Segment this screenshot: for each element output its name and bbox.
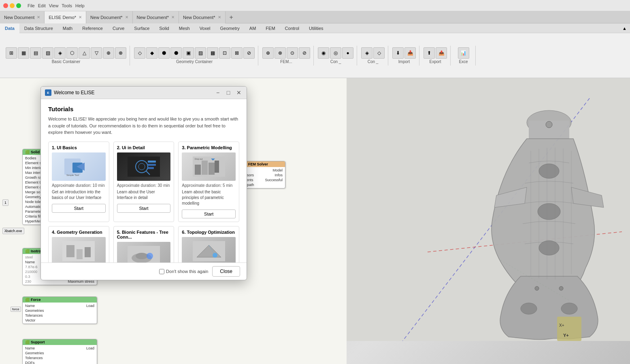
ribbon-icon-import-1[interactable]: ⬇: [392, 47, 404, 59]
app-menu-tools[interactable]: Tools: [62, 3, 72, 8]
ribbon-tab-data[interactable]: Data: [0, 23, 19, 33]
tutorial-5-thumb: [117, 242, 171, 263]
ribbon-icon-geo-4[interactable]: ⬣: [170, 47, 182, 59]
ribbon-icon-geo-2[interactable]: ◆: [146, 47, 158, 59]
canvas-area[interactable]: Best Index Setup & Run 🟩 Solid Mesh (HM)…: [0, 78, 347, 364]
ribbon-icon-con1-2[interactable]: ◎: [330, 47, 341, 59]
ribbon-tab-am[interactable]: AM: [245, 23, 261, 33]
ribbon-icon-4[interactable]: ▧: [42, 47, 53, 59]
app-menu-help[interactable]: Help: [75, 3, 85, 8]
svg-rect-11: [148, 161, 156, 163]
ribbon-icon-geo-10[interactable]: ⊘: [243, 47, 255, 59]
ribbon-icon-geo-6[interactable]: ▨: [195, 47, 206, 59]
tutorial-2-start-button[interactable]: Start: [117, 204, 171, 213]
ribbon-collapse-button[interactable]: ▲: [622, 23, 630, 33]
minimize-traffic-light[interactable]: [10, 3, 15, 8]
tab-close-5[interactable]: ✕: [218, 15, 221, 19]
ribbon-icon-5[interactable]: ◈: [54, 47, 66, 59]
ribbon-group-con2-label: Con _: [368, 59, 379, 64]
main-area: Best Index Setup & Run 🟩 Solid Mesh (HM)…: [0, 78, 630, 364]
ribbon-icon-export-1[interactable]: ⬆: [424, 47, 435, 59]
ribbon-icon-2[interactable]: ▦: [18, 47, 29, 59]
exe-node[interactable]: λbatch.exe: [2, 228, 24, 234]
ribbon-icon-3[interactable]: ▤: [30, 47, 41, 59]
close-traffic-light[interactable]: [3, 3, 8, 8]
app-menu-view[interactable]: View: [49, 3, 59, 8]
ribbon-tab-utilities[interactable]: Utilities: [304, 23, 328, 33]
ribbon-tab-reference[interactable]: Reference: [77, 23, 108, 33]
ribbon-icon-geo-7[interactable]: ▩: [207, 47, 218, 59]
ribbon-tab-math[interactable]: Math: [58, 23, 77, 33]
maximize-traffic-light[interactable]: [16, 3, 21, 8]
tab-elise-demo[interactable]: ELISE Demo* ✕: [45, 11, 86, 23]
view-3d[interactable]: Y+ X+ X Y Z: [347, 78, 630, 364]
ribbon-icon-fem-2[interactable]: ⊗: [275, 47, 286, 59]
ribbon-icon-con2-2[interactable]: ◇: [373, 47, 385, 59]
app-menu-file[interactable]: File: [28, 3, 35, 8]
ribbon-tab-control[interactable]: Control: [280, 23, 304, 33]
support-node[interactable]: 🟩 Support NameLoad Geometries Tolerances…: [22, 339, 97, 364]
ribbon-tab-solid[interactable]: Solid: [154, 23, 174, 33]
ribbon-icon-geo-1[interactable]: ◇: [134, 47, 145, 59]
tab-close-4[interactable]: ✕: [171, 15, 175, 19]
ribbon-icon-export-2[interactable]: 📤: [436, 47, 447, 59]
svg-point-41: [538, 203, 560, 220]
ribbon-icon-con2-1[interactable]: ◈: [361, 47, 372, 59]
new-tab-button[interactable]: +: [226, 14, 237, 21]
tutorial-3-duration: Approximate duration: 5 min: [182, 183, 236, 188]
ribbon-icon-geo-9[interactable]: ⊠: [231, 47, 243, 59]
dialog-maximize-button[interactable]: □: [225, 89, 232, 96]
tutorial-1-start-button[interactable]: Start: [52, 204, 106, 213]
tab-new-document-3[interactable]: New Document* ✕: [133, 11, 179, 23]
tutorial-3-thumb: Drop out: [182, 152, 236, 181]
tab-new-document-1[interactable]: New Document ✕: [0, 11, 45, 23]
ribbon-group-fem: ⊕ ⊗ ⊙ ⊘ FEM...: [259, 46, 314, 66]
dont-show-again-label: Don't show this again: [166, 269, 208, 274]
ribbon-icon-geo-5[interactable]: ▣: [183, 47, 194, 59]
ribbon-icon-1[interactable]: ⊞: [6, 47, 17, 59]
svg-rect-22: [66, 245, 74, 257]
tab-close-1[interactable]: ✕: [37, 15, 40, 19]
dont-show-again-checkbox[interactable]: [159, 269, 164, 274]
ribbon-group-import: ⬇ 📥 Import: [389, 46, 419, 66]
ribbon-icon-fem-3[interactable]: ⊙: [287, 47, 298, 59]
svg-rect-16: [202, 161, 208, 175]
ribbon-icon-con1-1[interactable]: ◉: [318, 47, 329, 59]
ribbon-icon-6[interactable]: ⬡: [66, 47, 78, 59]
ribbon-icon-excel-1[interactable]: 📊: [458, 47, 469, 59]
force-node[interactable]: 🟩 Force NameLoad Geometries Tolerances V…: [22, 296, 97, 324]
ribbon-tab-voxel[interactable]: Voxel: [195, 23, 215, 33]
ribbon-icon-8[interactable]: ▽: [91, 47, 102, 59]
ribbon-group-con1: ◉ ◎ ● Con _: [315, 46, 357, 66]
tutorial-3-start-button[interactable]: Start: [182, 210, 236, 218]
tutorial-5-title: 5. Bionic Features - Tree Conn...: [117, 230, 171, 239]
dialog-close-footer-button[interactable]: Close: [212, 266, 240, 277]
ribbon-tab-fem[interactable]: FEM: [261, 23, 280, 33]
svg-text:Y+: Y+: [563, 333, 569, 338]
tab-close-3[interactable]: ✕: [125, 15, 128, 19]
ribbon-icon-9[interactable]: ⊕: [103, 47, 114, 59]
dialog-minimize-button[interactable]: −: [214, 89, 221, 96]
dialog-title-text: Welcome to ELISE: [54, 90, 95, 95]
ribbon-icon-7[interactable]: △: [79, 47, 90, 59]
app-menu-edit[interactable]: Edit: [38, 3, 46, 8]
tab-close-2[interactable]: ✕: [79, 15, 82, 19]
ribbon-tab-surface[interactable]: Surface: [129, 23, 154, 33]
tab-new-document-2[interactable]: New Document* ✕: [86, 11, 132, 23]
ribbon-icon-import-2[interactable]: 📥: [404, 47, 416, 59]
ribbon-icon-fem-4[interactable]: ⊘: [299, 47, 310, 59]
svg-marker-18: [215, 161, 219, 173]
ribbon-tab-data-structure[interactable]: Data Structure: [19, 23, 58, 33]
ribbon-icon-10[interactable]: ⊗: [115, 47, 126, 59]
ribbon-icon-fem-1[interactable]: ⊕: [262, 47, 274, 59]
svg-point-27: [136, 253, 148, 259]
tab-new-document-4[interactable]: New Document* ✕: [179, 11, 225, 23]
number-node[interactable]: 1: [2, 199, 9, 206]
ribbon-tab-geometry[interactable]: Geometry: [215, 23, 245, 33]
dialog-close-button[interactable]: ✕: [235, 89, 243, 96]
ribbon-icon-geo-3[interactable]: ⬢: [158, 47, 170, 59]
ribbon-tab-mesh[interactable]: Mesh: [174, 23, 195, 33]
ribbon-icon-con1-3[interactable]: ●: [342, 47, 353, 59]
ribbon-icon-geo-8[interactable]: ⊡: [219, 47, 230, 59]
ribbon-tab-curve[interactable]: Curve: [108, 23, 129, 33]
